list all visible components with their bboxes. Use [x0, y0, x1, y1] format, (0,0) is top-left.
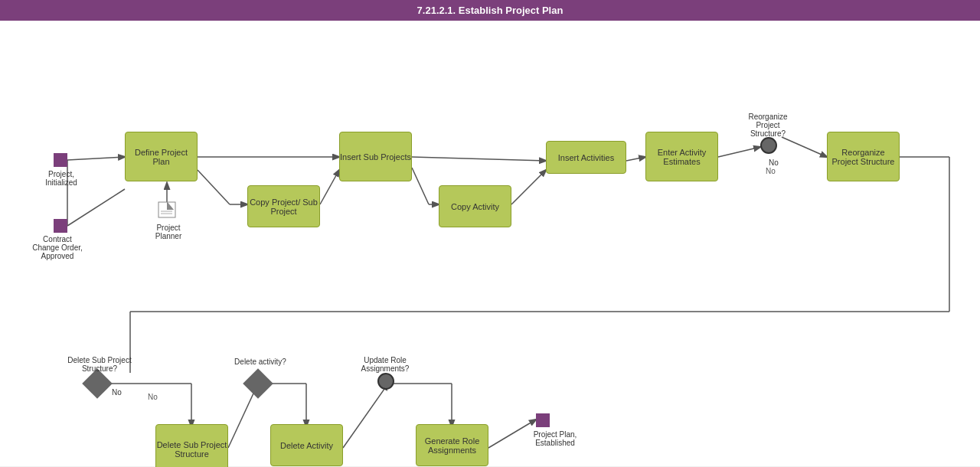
project-planner-icon: [157, 201, 177, 222]
delete-activity-q-label: Delete activity?: [234, 358, 287, 366]
svg-line-5: [198, 170, 230, 204]
delete-sub-q-label: Delete Sub Project Structure?: [61, 356, 138, 373]
reorganize-question-label: Reorganize Project Structure?: [737, 113, 799, 138]
diagram-area: No No Project, Initialized Contract Chan…: [0, 21, 980, 466]
insert-activities-box[interactable]: Insert Activities: [546, 141, 626, 174]
reorganize-gateway: [760, 137, 777, 154]
svg-line-7: [320, 170, 339, 204]
delete-sub-no-label: No: [107, 388, 126, 397]
project-initialized-event: [54, 153, 67, 167]
svg-text:No: No: [148, 393, 158, 401]
delete-activity-gateway: [243, 368, 273, 399]
page-title: 7.21.2.1. Establish Project Plan: [417, 5, 564, 16]
insert-sub-projects-box[interactable]: Insert Sub Projects: [339, 132, 412, 181]
project-plan-established-event: [536, 413, 550, 427]
svg-line-11: [511, 170, 546, 204]
svg-line-0: [67, 157, 125, 160]
contract-change-label: Contract Change Order, Approved: [31, 235, 84, 260]
svg-line-12: [626, 157, 645, 161]
define-project-plan-box[interactable]: Define Project Plan: [125, 132, 198, 181]
update-role-q-label: Update Role Assignments?: [354, 356, 416, 373]
project-plan-established-label: Project Plan, Established: [524, 430, 586, 447]
project-initialized-label: Project, Initialized: [38, 170, 84, 187]
generate-role-assignments-box[interactable]: Generate Role Assignments: [416, 424, 488, 466]
delete-activity-box[interactable]: Delete Activity: [270, 424, 343, 466]
reorganize-project-structure-box[interactable]: Reorganize Project Structure: [827, 132, 900, 181]
enter-activity-estimates-box[interactable]: Enter Activity Estimates: [645, 132, 718, 181]
copy-activity-box[interactable]: Copy Activity: [439, 185, 511, 227]
delete-sub-project-structure-box[interactable]: Delete Sub Project Structure: [155, 424, 228, 467]
project-planner-label: Project Planner: [145, 224, 191, 240]
update-role-gateway: [377, 373, 394, 390]
arrows-svg: No No: [0, 21, 980, 466]
reorganize-no-label: No: [764, 158, 783, 167]
svg-line-9: [412, 168, 429, 204]
contract-change-event: [54, 219, 67, 233]
title-bar: 7.21.2.1. Establish Project Plan: [0, 0, 980, 21]
copy-project-sub-project-box[interactable]: Copy Project/ Sub Project: [247, 185, 320, 227]
svg-line-26: [343, 384, 388, 448]
svg-line-8: [412, 157, 546, 161]
svg-line-13: [718, 147, 760, 157]
svg-line-1: [67, 189, 125, 226]
svg-line-14: [782, 137, 827, 157]
svg-text:No: No: [766, 167, 776, 175]
